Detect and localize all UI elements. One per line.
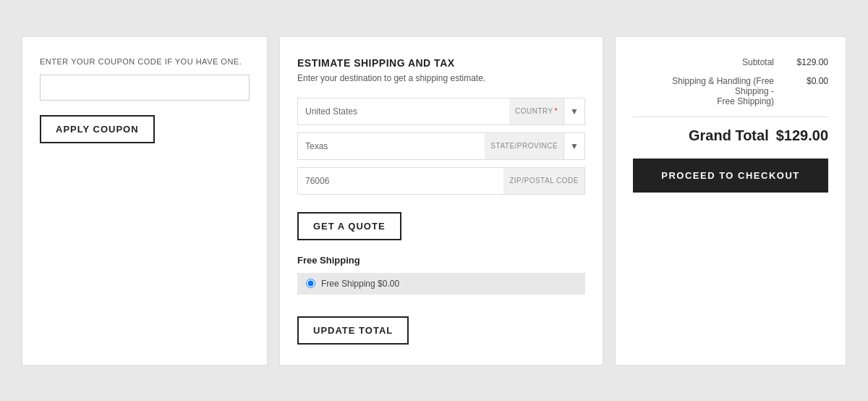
- coupon-panel: ENTER YOUR COUPON CODE IF YOU HAVE ONE. …: [22, 36, 268, 366]
- shipping-estimate-panel: ESTIMATE SHIPPING AND TAX Enter your des…: [279, 36, 603, 366]
- subtotal-row: Subtotal $129.00: [633, 57, 828, 67]
- state-chevron-icon[interactable]: ▼: [563, 133, 584, 159]
- state-label: STATE/PROVINCE: [485, 133, 563, 159]
- proceed-to-checkout-button[interactable]: PROCEED TO CHECKOUT: [633, 159, 828, 193]
- country-value: United States: [298, 106, 509, 117]
- free-shipping-title: Free Shipping: [297, 255, 585, 266]
- main-container: ENTER YOUR COUPON CODE IF YOU HAVE ONE. …: [22, 36, 846, 366]
- subtotal-value: $129.00: [788, 57, 828, 67]
- shipping-row: Shipping & Handling (Free Shipping -Free…: [633, 76, 828, 106]
- zip-label: ZIP/POSTAL CODE: [503, 168, 584, 194]
- country-required: *: [555, 107, 558, 115]
- free-shipping-option-row: Free Shipping $0.00: [297, 273, 585, 295]
- shipping-label: Shipping & Handling (Free Shipping -Free…: [644, 76, 774, 106]
- shipping-subtitle: Enter your destination to get a shipping…: [297, 73, 585, 83]
- state-value: Texas: [298, 141, 485, 151]
- subtotal-label: Subtotal: [742, 57, 774, 67]
- country-label: COUNTRY*: [509, 98, 563, 124]
- shipping-value: $0.00: [788, 76, 828, 86]
- order-summary-panel: Subtotal $129.00 Shipping & Handling (Fr…: [615, 36, 846, 366]
- shipping-title: ESTIMATE SHIPPING AND TAX: [297, 57, 585, 69]
- update-total-button[interactable]: UPDATE TOTAL: [297, 316, 409, 345]
- state-field-row[interactable]: Texas STATE/PROVINCE ▼: [297, 132, 585, 160]
- coupon-label: ENTER YOUR COUPON CODE IF YOU HAVE ONE.: [40, 57, 250, 66]
- zip-field-row[interactable]: 76006 ZIP/POSTAL CODE: [297, 167, 585, 195]
- grand-total-value: $129.00: [776, 127, 828, 144]
- summary-divider: [633, 117, 828, 117]
- get-quote-button[interactable]: GET A QUOTE: [297, 212, 401, 240]
- free-shipping-radio[interactable]: [306, 279, 315, 288]
- zip-value: 76006: [298, 176, 503, 186]
- free-shipping-option-label: Free Shipping $0.00: [321, 279, 399, 289]
- grand-total-row: Grand Total $129.00: [633, 127, 828, 144]
- country-chevron-icon[interactable]: ▼: [563, 98, 584, 124]
- apply-coupon-button[interactable]: APPLY COUPON: [40, 115, 155, 143]
- grand-total-label: Grand Total: [689, 127, 769, 144]
- country-field-row[interactable]: United States COUNTRY* ▼: [297, 98, 585, 125]
- coupon-input[interactable]: [40, 75, 250, 101]
